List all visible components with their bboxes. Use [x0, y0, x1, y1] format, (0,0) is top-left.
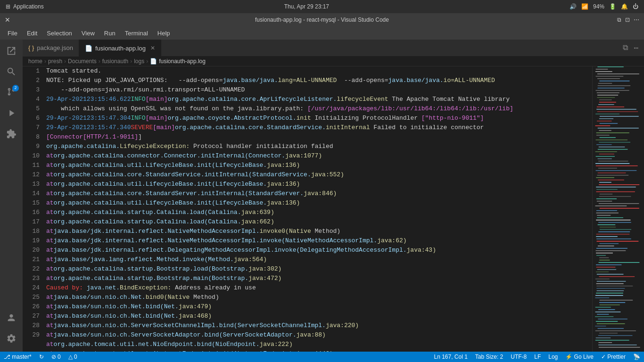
volume-icon[interactable]: 🔊	[570, 3, 577, 10]
tab-label-package-json: package.json	[37, 44, 73, 51]
language-mode[interactable]: Log	[545, 352, 561, 362]
line-number-5: 5	[23, 104, 44, 114]
line-number-13: 13	[23, 180, 44, 189]
title-bar: ✕ fusionauth-app.log - react-mysql - Vis…	[0, 13, 644, 26]
go-live-button[interactable]: ⚡ Go Live	[561, 352, 597, 362]
breadcrumb: home › presh › Documents › fusionauth › …	[23, 57, 644, 66]
line-number-15: 15	[23, 198, 44, 208]
code-line-4: 29-Apr-2021 23:15:47.304 INFO [main] org…	[46, 114, 592, 123]
split-editor-button[interactable]: ⧉	[621, 41, 630, 54]
menu-file[interactable]: File	[4, 29, 21, 38]
line-number-2: 2	[23, 76, 44, 85]
package-json-icon: { }	[28, 44, 34, 51]
menu-selection[interactable]: Selection	[43, 29, 75, 38]
line-number-23: 23	[23, 274, 44, 283]
line-ending[interactable]: LF	[530, 352, 545, 362]
code-line-16: at java.base/jdk.internal.reflect.Native…	[46, 236, 592, 246]
line-number-11: 11	[23, 161, 44, 170]
code-line-18: at java.base/java.lang.reflect.Method.in…	[46, 255, 592, 264]
line-number-1: 1	[23, 66, 44, 76]
close-button[interactable]: ✕	[5, 13, 10, 26]
code-line-8: at org.apache.catalina.util.LifecycleBas…	[46, 161, 592, 170]
status-bar: ⎇ master* ↻ ⊘ 0 △ 0 Ln 167, Col 1 Tab Si…	[0, 352, 644, 362]
line-number-24: 24	[23, 283, 44, 293]
activity-run-debug[interactable]	[2, 104, 21, 123]
code-line-1: Tomcat started.	[46, 66, 592, 76]
code-line-5: [Connector[HTTP/1.1-9011]]	[46, 132, 592, 142]
tab-close-button[interactable]: ✕	[150, 45, 155, 51]
code-line-13: at org.apache.catalina.startup.Catalina.…	[46, 208, 592, 217]
encoding[interactable]: UTF-8	[507, 352, 530, 362]
sync-icon[interactable]: ↻	[35, 352, 48, 362]
editor-area: { } package.json 📄 fusionauth-app.log ✕ …	[23, 40, 644, 352]
code-line-21: Caused by: java.net.BindException: Addre…	[46, 283, 592, 293]
line-number-4: 4	[23, 95, 44, 104]
power-icon[interactable]: ⏻	[633, 3, 638, 10]
line-number-12: 12	[23, 170, 44, 180]
line-number-8: 8	[23, 132, 44, 142]
cursor-position[interactable]: Ln 167, Col 1	[430, 352, 471, 362]
layout-icon[interactable]: ⧉	[617, 13, 621, 26]
line-number-21: 21	[23, 255, 44, 264]
tab-bar: { } package.json 📄 fusionauth-app.log ✕ …	[23, 40, 644, 57]
wifi-icon[interactable]: 📶	[581, 3, 588, 10]
broadcast-icon[interactable]: 📡	[629, 352, 644, 362]
menu-run[interactable]: Run	[100, 29, 119, 38]
code-line-24: at java.base/sun.nio.ch.Net.bind(Net.jav…	[46, 312, 592, 321]
breadcrumb-logs[interactable]: logs	[134, 58, 144, 65]
battery-icon: 🔋	[609, 3, 616, 10]
line-number-6: 6	[23, 114, 44, 123]
battery-status: 94%	[593, 3, 604, 10]
code-line-25: at java.base/sun.nio.ch.ServerSocketChan…	[46, 321, 592, 330]
activity-settings[interactable]	[2, 329, 21, 348]
menu-edit[interactable]: Edit	[23, 29, 41, 38]
app-name[interactable]: Applications	[13, 3, 44, 10]
system-time: Thu, Apr 29 23:17	[284, 3, 329, 10]
code-line-10: at org.apache.catalina.util.LifecycleBas…	[46, 180, 592, 189]
line-number-26: 26	[23, 302, 44, 312]
breadcrumb-documents[interactable]: Documents	[68, 58, 97, 65]
ellipsis-icon[interactable]: ⋯	[634, 13, 639, 26]
breadcrumb-home[interactable]: home	[28, 58, 42, 65]
line-number-22: 22	[23, 264, 44, 274]
errors-count[interactable]: ⊘ 0	[48, 352, 65, 362]
breadcrumb-presh[interactable]: presh	[48, 58, 62, 65]
code-editor[interactable]: 1234567891011121314151617181920212223242…	[23, 66, 644, 352]
prettier-button[interactable]: ✓ Prettier	[597, 352, 629, 362]
line-number-25: 25	[23, 293, 44, 302]
notification-icon[interactable]: 🔔	[621, 3, 628, 10]
line-number-16: 16	[23, 208, 44, 217]
activity-explorer[interactable]	[2, 41, 21, 60]
tab-size[interactable]: Tab Size: 2	[471, 352, 507, 362]
code-line-2: --add-opens=java.rmi/sun.rmi.transport=A…	[46, 85, 592, 95]
breadcrumb-fusionauth[interactable]: fusionauth	[102, 58, 128, 65]
more-actions-button[interactable]: ⋯	[632, 41, 640, 55]
activity-profile[interactable]	[2, 308, 21, 327]
code-line-20: at org.apache.catalina.startup.Bootstrap…	[46, 274, 592, 283]
line-number-3: 3	[23, 85, 44, 95]
tab-fusionauth-log[interactable]: 📄 fusionauth-app.log ✕	[79, 40, 161, 57]
maximize-icon[interactable]: ⊡	[625, 13, 630, 26]
line-number-17: 17	[23, 217, 44, 227]
warnings-count[interactable]: △ 0	[65, 352, 81, 362]
activity-search[interactable]	[2, 62, 21, 81]
system-bar: ⊞ Applications Thu, Apr 29 23:17 🔊 📶 94%…	[0, 0, 644, 13]
menu-view[interactable]: View	[78, 29, 99, 38]
menu-bar: File Edit Selection View Run Terminal He…	[0, 26, 644, 40]
code-content[interactable]: Tomcat started.NOTE: Picked up JDK_JAVA_…	[44, 66, 592, 352]
line-number-18: 18	[23, 227, 44, 236]
git-branch[interactable]: ⎇ master*	[0, 352, 35, 362]
code-line-5: 29-Apr-2021 23:15:47.340 SEVERE [main] o…	[46, 123, 592, 132]
activity-source-control[interactable]: 2	[2, 83, 21, 102]
line-number-19: 19	[23, 236, 44, 246]
code-line-23: at java.base/sun.nio.ch.Net.bind(Net.jav…	[46, 302, 592, 312]
activity-extensions[interactable]	[2, 124, 21, 143]
menu-help[interactable]: Help	[154, 29, 174, 38]
code-line-9: at org.apache.catalina.core.StandardServ…	[46, 170, 592, 180]
code-line-26: at java.base/sun.nio.ch.ServerSocketAdap…	[46, 330, 592, 340]
app-menu-icon[interactable]: ⊞	[6, 3, 10, 10]
menu-terminal[interactable]: Terminal	[121, 29, 152, 38]
tab-package-json[interactable]: { } package.json	[23, 40, 79, 57]
code-line-7: at org.apache.catalina.connector.Connect…	[46, 151, 592, 161]
breadcrumb-file[interactable]: 📄 fusionauth-app.log	[150, 58, 206, 65]
